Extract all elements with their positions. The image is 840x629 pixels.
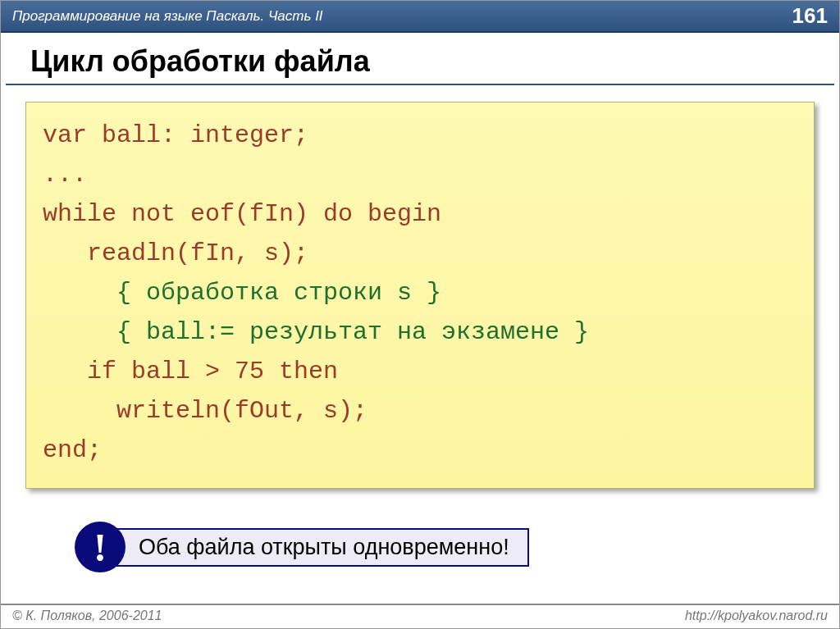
code-comment: { обработка строки s }: [116, 279, 441, 307]
footer-copyright: © К. Поляков, 2006-2011: [12, 608, 162, 623]
slide-title: Цикл обработки файла: [6, 33, 834, 85]
footer-url: http://kpolyakov.narod.ru: [685, 608, 828, 623]
slide-header: Программирование на языке Паскаль. Часть…: [1, 1, 839, 33]
code-line: end;: [43, 436, 102, 464]
code-comment: { ball:= результат на экзамене }: [116, 318, 589, 346]
slide-content: var ball: integer; ... while not eof(fIn…: [1, 85, 839, 589]
callout: ! Оба файла открыты одновременно!: [75, 522, 815, 572]
slide: Программирование на языке Паскаль. Часть…: [0, 0, 840, 629]
code-line: while not eof(fIn) do begin: [43, 200, 441, 228]
code-line: if ball > 75 then: [43, 358, 338, 385]
code-block: var ball: integer; ... while not eof(fIn…: [25, 102, 815, 489]
page-number: 161: [792, 3, 828, 29]
exclamation-icon: !: [75, 522, 126, 572]
slide-footer: © К. Поляков, 2006-2011 http://kpolyakov…: [1, 604, 839, 628]
code-line: readln(fIn, s);: [43, 239, 308, 267]
header-subject: Программирование на языке Паскаль. Часть…: [12, 8, 323, 25]
code-line: var ball: integer;: [43, 121, 308, 149]
code-line: writeln(fOut, s);: [43, 397, 368, 425]
callout-text: Оба файла открыты одновременно!: [109, 528, 529, 567]
code-line: ...: [43, 161, 87, 189]
code-indent: [43, 279, 116, 307]
code-indent: [43, 318, 116, 346]
